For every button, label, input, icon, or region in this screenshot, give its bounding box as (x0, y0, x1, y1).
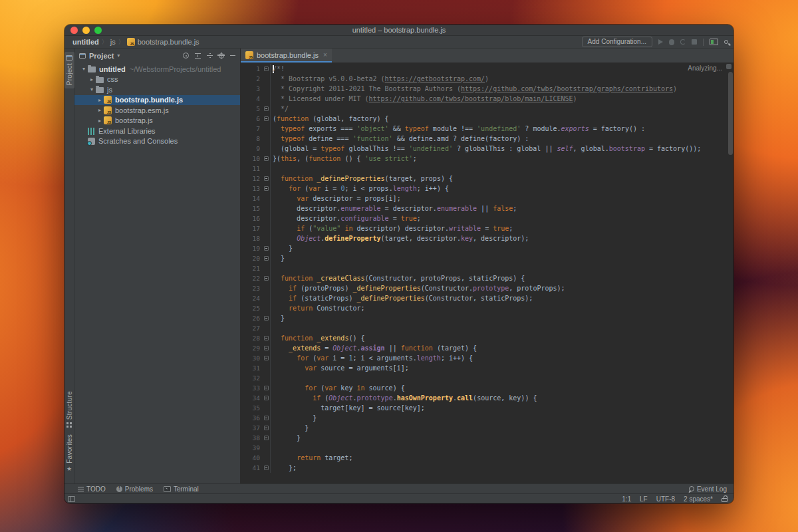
code-line[interactable]: 5 */ (241, 104, 733, 114)
caret-position[interactable]: 1:1 (622, 495, 631, 503)
fold-marker-icon[interactable] (264, 246, 269, 251)
minimize-button[interactable] (82, 27, 90, 34)
tree-item[interactable]: ▸bootstrap.esm.js (74, 105, 240, 116)
tree-item[interactable]: ▾js (74, 84, 240, 95)
file-encoding[interactable]: UTF-8 (656, 495, 675, 503)
inspection-indicator-icon[interactable] (726, 64, 732, 69)
fold-marker-icon[interactable] (264, 426, 269, 430)
tool-stripe-favorites[interactable]: Favorites ★ (65, 431, 74, 475)
fold-marker-icon[interactable] (264, 176, 269, 181)
fold-marker-icon[interactable] (264, 256, 269, 261)
code-line[interactable]: 17 if ("value" in descriptor) descriptor… (241, 223, 733, 233)
fold-marker-icon[interactable] (264, 116, 269, 121)
code-line[interactable]: 28 function _extends() { (241, 333, 733, 343)
close-tab-icon[interactable]: × (323, 51, 327, 59)
code-line[interactable]: 40 return target; (241, 453, 733, 463)
settings-icon[interactable] (219, 53, 224, 59)
code-line[interactable]: 16 descriptor.configurable = true; (241, 213, 733, 223)
stop-icon[interactable] (692, 39, 697, 45)
code-line[interactable]: 31 var source = arguments[i]; (241, 363, 733, 373)
chevron-right-icon[interactable]: ▸ (96, 107, 104, 113)
profile-icon[interactable] (680, 39, 686, 45)
unlocked-icon[interactable] (722, 498, 728, 502)
chevron-down-icon[interactable]: ▾ (80, 66, 88, 72)
breadcrumb-segment[interactable]: bootstrap.bundle.js (138, 38, 200, 46)
code-line[interactable]: 25 return Constructor; (241, 303, 733, 313)
editor-scrollbar[interactable] (728, 72, 733, 155)
event-log-button[interactable]: Event Log (689, 485, 727, 493)
fold-marker-icon[interactable] (264, 436, 269, 440)
fold-marker-icon[interactable] (264, 336, 269, 340)
code-line[interactable]: 39 (241, 443, 733, 453)
code-line[interactable]: 3 * Copyright 2011-2021 The Bootstrap Au… (241, 84, 733, 94)
code-line[interactable]: 9 (global = typeof globalThis !== 'undef… (241, 144, 733, 154)
code-line[interactable]: 22 function _createClass(Constructor, pr… (241, 273, 733, 283)
collapse-all-icon[interactable] (207, 53, 213, 59)
editor-tab[interactable]: bootstrap.bundle.js× (241, 49, 332, 63)
fold-marker-icon[interactable] (264, 346, 269, 350)
code-line[interactable]: 33 for (var key in source) { (241, 383, 733, 393)
fold-marker-icon[interactable] (264, 156, 269, 161)
tree-item[interactable]: ▸bootstrap.bundle.js (74, 95, 240, 106)
code-line[interactable]: 21 (241, 263, 733, 273)
code-line[interactable]: 12 function _defineProperties(target, pr… (241, 174, 733, 184)
code-line[interactable]: 14 var descriptor = props[i]; (241, 194, 733, 203)
code-line[interactable]: 11 (241, 164, 733, 174)
code-line[interactable]: 35 target[key] = source[key]; (241, 403, 733, 413)
tree-item[interactable]: ▸bootstrap.js (74, 116, 240, 126)
code-line[interactable]: 29 _extends = Object.assign || function … (241, 343, 733, 353)
chevron-down-icon[interactable]: ▾ (117, 53, 120, 59)
code-line[interactable]: 27 (241, 323, 733, 333)
code-line[interactable]: 6(function (global, factory) { (241, 114, 733, 124)
code-line[interactable]: 19 } (241, 243, 733, 253)
code-line[interactable]: 30 for (var i = 1; i < arguments.length;… (241, 353, 733, 363)
code-line[interactable]: 41 }; (241, 463, 733, 473)
code-line[interactable]: 20 } (241, 253, 733, 263)
tool-window-button-terminal[interactable]: Terminal (164, 485, 199, 493)
code-line[interactable]: 7 typeof exports === 'object' && typeof … (241, 124, 733, 134)
chevron-right-icon[interactable]: ▸ (96, 97, 104, 103)
expand-all-icon[interactable] (195, 53, 201, 59)
close-button[interactable] (70, 27, 78, 34)
code-line[interactable]: 36 } (241, 413, 733, 423)
code-line[interactable]: 38 } (241, 433, 733, 443)
breadcrumb-segment[interactable]: untitled (72, 38, 99, 46)
layout-icon[interactable] (710, 39, 718, 45)
search-everywhere-icon[interactable] (724, 40, 728, 44)
fold-marker-icon[interactable] (264, 66, 269, 71)
run-icon[interactable] (658, 39, 663, 45)
add-configuration-button[interactable]: Add Configuration... (582, 37, 652, 47)
code-line[interactable]: 23 if (protoProps) _defineProperties(Con… (241, 283, 733, 293)
tool-window-button-todo[interactable]: TODO (78, 485, 106, 493)
tree-item[interactable]: ▸css (74, 74, 240, 85)
code-line[interactable]: 15 descriptor.enumerable = descriptor.en… (241, 203, 733, 213)
fold-marker-icon[interactable] (264, 316, 269, 321)
fold-marker-icon[interactable] (264, 396, 269, 400)
code-line[interactable]: 8 typeof define === 'function' && define… (241, 134, 733, 144)
tool-stripe-project[interactable]: Project (65, 52, 74, 88)
code-line[interactable]: 13 for (var i = 0; i < props.length; i++… (241, 184, 733, 194)
debug-icon[interactable] (669, 39, 674, 45)
code-editor[interactable]: 1/*!2 * Bootstrap v5.0.0-beta2 (https://… (241, 63, 733, 483)
tree-item[interactable]: External Libraries (74, 126, 240, 136)
zoom-button[interactable] (94, 27, 102, 34)
fold-marker-icon[interactable] (264, 356, 269, 360)
fold-marker-icon[interactable] (264, 386, 269, 390)
chevron-down-icon[interactable]: ▾ (88, 86, 96, 92)
code-line[interactable]: 24 if (staticProps) _defineProperties(Co… (241, 293, 733, 303)
breadcrumb-segment[interactable]: js (110, 38, 116, 46)
tool-stripe-structure[interactable]: Structure (65, 388, 74, 431)
chevron-right-icon[interactable]: ▸ (88, 76, 96, 82)
tool-window-button-problems[interactable]: Problems (116, 485, 153, 493)
fold-marker-icon[interactable] (264, 186, 269, 191)
title-bar[interactable]: untitled – bootstrap.bundle.js (65, 25, 733, 36)
tree-item[interactable]: Scratches and Consoles (74, 136, 240, 147)
fold-marker-icon[interactable] (264, 416, 269, 420)
chevron-right-icon[interactable]: ▸ (96, 118, 104, 124)
line-ending[interactable]: LF (640, 495, 648, 503)
code-line[interactable]: 32 (241, 373, 733, 383)
fold-marker-icon[interactable] (264, 106, 269, 111)
code-line[interactable]: 4 * Licensed under MIT (https://github.c… (241, 94, 733, 104)
code-line[interactable]: 37 } (241, 423, 733, 433)
code-line[interactable]: 18 Object.defineProperty(target, descrip… (241, 233, 733, 243)
